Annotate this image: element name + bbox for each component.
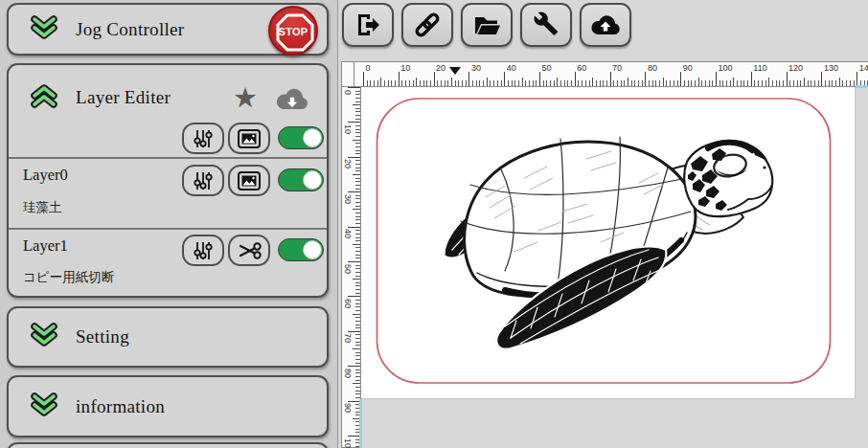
h-ruler-label: 20 [436, 63, 445, 73]
layer1-sliders-button[interactable] [182, 235, 224, 266]
sliders-icon [190, 127, 217, 150]
h-ruler-label: 70 [612, 63, 622, 73]
jog-controller-panel[interactable]: Jog Controller STOP [7, 3, 329, 56]
toggle-knob [303, 128, 322, 147]
stop-button[interactable]: STOP [268, 6, 318, 56]
settings-tools-button[interactable] [520, 3, 572, 47]
export-icon [354, 11, 382, 39]
h-ruler-label: 30 [471, 63, 481, 73]
sliders-icon [190, 169, 217, 192]
information-panel[interactable]: information [7, 375, 329, 437]
chevron-double-down-icon [29, 15, 59, 44]
v-ruler-label: 90 [343, 403, 353, 413]
layer0-sliders-button[interactable] [182, 165, 224, 196]
v-ruler-label: 0 [343, 90, 353, 95]
link-button[interactable] [401, 3, 453, 47]
image-icon [237, 128, 262, 149]
v-ruler-label: 30 [343, 194, 353, 204]
horizontal-ruler[interactable]: 0102030405060708090100110120130140 [354, 61, 868, 87]
chevron-double-up-icon [29, 83, 59, 112]
cloud-upload-button[interactable] [580, 3, 631, 47]
work-bed-page[interactable] [361, 87, 856, 399]
workspace-area: 0102030405060708090100110120130140 01020… [337, 0, 868, 448]
layer-material-label: 珪藻土 [23, 199, 62, 216]
toggle-knob [303, 170, 322, 190]
panel-title: information [76, 396, 165, 417]
v-ruler-label: 40 [343, 229, 353, 238]
panel-title: Setting [76, 326, 129, 347]
h-ruler-label: 0 [366, 63, 371, 73]
v-ruler-label: 70 [343, 333, 353, 343]
ruler-marker[interactable] [449, 67, 461, 75]
app-window: Jog Controller STOP Layer Editer ★ [0, 0, 868, 448]
h-ruler-label: 120 [788, 63, 803, 73]
h-ruler-label: 110 [753, 63, 766, 73]
h-ruler-label: 80 [648, 63, 657, 73]
divider [9, 228, 327, 230]
cloud-upload-icon [590, 11, 621, 38]
h-ruler-label: 130 [824, 63, 838, 73]
design-canvas[interactable] [361, 87, 856, 399]
toggle-knob [303, 240, 322, 259]
panel-title: Layer Editer [76, 87, 171, 108]
chevron-double-down-icon [29, 392, 59, 421]
chevron-double-down-icon [29, 323, 59, 351]
stop-button-label: STOP [270, 26, 316, 37]
layer-name: Layer0 [23, 166, 68, 185]
v-ruler-label: 80 [343, 369, 353, 378]
h-ruler-label: 140 [859, 63, 868, 73]
bed-edge-highlight-vertical [359, 399, 362, 448]
layer-editor-toggle[interactable] [278, 126, 324, 149]
v-ruler-label: 50 [343, 264, 353, 274]
sea-turtle-artwork[interactable] [445, 137, 772, 349]
h-ruler-label: 60 [577, 63, 586, 73]
next-panel-edge [7, 442, 329, 448]
v-ruler-label: 60 [343, 299, 353, 308]
h-ruler-label: 10 [400, 63, 410, 73]
layer-name: Layer1 [23, 236, 68, 256]
layer-editor-panel: Layer Editer ★ [7, 63, 329, 298]
wrench-icon [532, 11, 560, 39]
v-ruler-label: 20 [343, 159, 353, 168]
layer-material-label: コピー用紙切断 [23, 269, 114, 286]
h-ruler-label: 100 [719, 63, 733, 73]
star-icon[interactable]: ★ [233, 84, 258, 112]
cloud-download-icon[interactable] [275, 87, 309, 116]
h-ruler-label: 50 [542, 63, 552, 73]
sliders-icon [190, 239, 217, 262]
ruler-corner [341, 61, 354, 87]
v-ruler-label: 10 [343, 124, 353, 134]
layer0-toggle[interactable] [278, 168, 324, 191]
link-icon [413, 11, 442, 39]
layer0-image-button[interactable] [228, 165, 270, 196]
open-folder-icon [472, 11, 501, 39]
vertical-ruler[interactable]: 0102030405060708090100 [341, 87, 361, 448]
image-icon [237, 170, 262, 191]
setting-panel[interactable]: Setting [7, 306, 329, 368]
divider [9, 157, 327, 159]
toolbar [342, 3, 631, 47]
layer-editor-sliders-button[interactable] [182, 123, 224, 154]
h-ruler-label: 90 [683, 63, 693, 73]
h-ruler-label: 40 [507, 63, 516, 73]
v-ruler-label: 100 [343, 438, 353, 448]
bed-edge-highlight-horizontal [856, 85, 868, 88]
scissors-icon [236, 239, 263, 262]
open-file-button[interactable] [461, 3, 513, 47]
export-button[interactable] [342, 3, 394, 47]
layer-editor-image-button[interactable] [228, 123, 270, 154]
panel-title: Jog Controller [76, 19, 184, 40]
layer1-toggle[interactable] [278, 238, 324, 261]
layer1-scissors-button[interactable] [228, 235, 270, 266]
